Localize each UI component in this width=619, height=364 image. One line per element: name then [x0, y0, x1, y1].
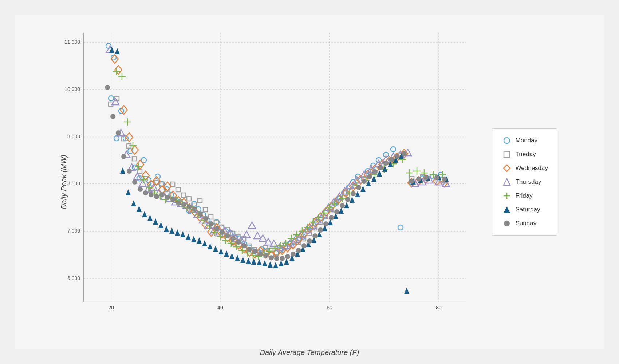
svg-point-460 — [296, 248, 301, 253]
chart-wrap: Daily Peak (MW) Daily Average Temperatur… — [55, 25, 564, 339]
x-axis-label: Daily Average Temperature (F) — [260, 348, 359, 357]
svg-marker-419 — [404, 288, 409, 294]
svg-marker-382 — [202, 240, 207, 246]
svg-point-445 — [214, 226, 219, 231]
chart-legend: Monday Tueday Wednesday Thursday — [493, 128, 557, 236]
monday-label: Monday — [516, 137, 537, 144]
svg-marker-397 — [284, 258, 289, 265]
svg-point-485 — [504, 138, 510, 143]
scatter-points — [105, 43, 450, 294]
svg-marker-407 — [339, 207, 344, 214]
svg-point-425 — [105, 85, 110, 90]
svg-point-464 — [318, 228, 323, 233]
svg-point-429 — [127, 169, 132, 174]
svg-marker-396 — [279, 260, 284, 266]
svg-text:8,000: 8,000 — [67, 181, 80, 186]
svg-point-477 — [389, 157, 394, 162]
svg-text:10,000: 10,000 — [64, 86, 80, 92]
svg-marker-389 — [240, 257, 245, 263]
svg-point-443 — [203, 216, 208, 221]
legend-item-friday: Friday — [502, 191, 548, 201]
svg-point-435 — [159, 192, 165, 197]
legend-item-saturday: Saturday — [502, 205, 548, 215]
monday-icon — [502, 135, 512, 146]
svg-point-444 — [209, 221, 214, 226]
svg-text:7,000: 7,000 — [67, 228, 80, 234]
legend-item-sunday: Sunday — [502, 218, 548, 229]
svg-text:9,000: 9,000 — [67, 134, 80, 139]
svg-marker-371 — [142, 211, 147, 217]
svg-marker-394 — [268, 261, 273, 268]
svg-marker-374 — [158, 222, 163, 228]
friday-icon — [502, 191, 512, 201]
svg-point-462 — [307, 238, 312, 244]
svg-point-446 — [220, 230, 225, 235]
svg-marker-414 — [377, 170, 382, 177]
svg-point-427 — [116, 130, 121, 135]
svg-point-426 — [110, 114, 115, 119]
svg-marker-381 — [197, 237, 202, 244]
svg-point-454 — [263, 253, 268, 258]
svg-marker-377 — [175, 229, 180, 236]
svg-rect-486 — [504, 151, 510, 157]
svg-marker-375 — [164, 226, 169, 232]
svg-point-468 — [340, 203, 345, 208]
svg-marker-487 — [504, 165, 510, 171]
svg-point-438 — [176, 201, 181, 206]
thursday-icon — [502, 177, 512, 187]
legend-item-monday: Monday — [502, 135, 548, 146]
svg-point-481 — [416, 177, 421, 182]
svg-marker-392 — [257, 259, 262, 265]
svg-point-466 — [329, 215, 334, 220]
svg-marker-379 — [186, 234, 191, 240]
svg-marker-378 — [180, 231, 185, 237]
svg-point-483 — [434, 175, 439, 180]
svg-point-453 — [258, 252, 263, 257]
svg-point-434 — [154, 194, 159, 199]
svg-text:20: 20 — [108, 305, 114, 310]
svg-marker-488 — [504, 179, 510, 185]
svg-marker-388 — [235, 255, 240, 261]
svg-point-428 — [121, 154, 126, 159]
wednesday-icon — [502, 163, 512, 173]
svg-text:80: 80 — [436, 305, 442, 310]
svg-point-479 — [402, 151, 407, 156]
svg-point-472 — [362, 179, 367, 184]
svg-point-480 — [409, 179, 414, 184]
svg-marker-387 — [229, 253, 234, 259]
svg-text:6,000: 6,000 — [67, 275, 80, 281]
svg-marker-395 — [273, 262, 278, 268]
svg-text:40: 40 — [217, 305, 223, 310]
svg-marker-370 — [137, 206, 142, 212]
svg-marker-415 — [382, 166, 387, 172]
svg-marker-413 — [371, 175, 376, 182]
svg-point-458 — [285, 254, 290, 259]
svg-point-450 — [241, 243, 247, 248]
tuesday-label: Tueday — [516, 151, 536, 158]
svg-marker-410 — [355, 191, 360, 197]
svg-rect-103 — [181, 193, 186, 197]
legend-item-wednesday: Wednesday — [502, 163, 548, 173]
svg-point-470 — [351, 191, 356, 196]
svg-marker-372 — [147, 215, 153, 221]
svg-text:60: 60 — [327, 305, 332, 310]
svg-point-473 — [367, 174, 372, 179]
svg-marker-408 — [344, 202, 349, 208]
friday-label: Friday — [516, 192, 533, 199]
svg-text:11,000: 11,000 — [64, 39, 80, 45]
svg-point-482 — [423, 175, 429, 180]
svg-point-440 — [187, 204, 192, 209]
svg-marker-366 — [115, 48, 120, 54]
svg-point-431 — [138, 187, 143, 192]
svg-point-442 — [198, 211, 203, 217]
svg-marker-383 — [208, 243, 213, 249]
svg-point-452 — [252, 249, 257, 254]
svg-marker-412 — [366, 180, 371, 186]
svg-point-474 — [372, 169, 378, 174]
svg-point-471 — [356, 185, 361, 190]
svg-point-492 — [504, 221, 510, 226]
svg-marker-384 — [213, 246, 218, 252]
svg-marker-225 — [248, 222, 256, 229]
svg-point-465 — [323, 221, 328, 226]
saturday-icon — [502, 205, 512, 215]
